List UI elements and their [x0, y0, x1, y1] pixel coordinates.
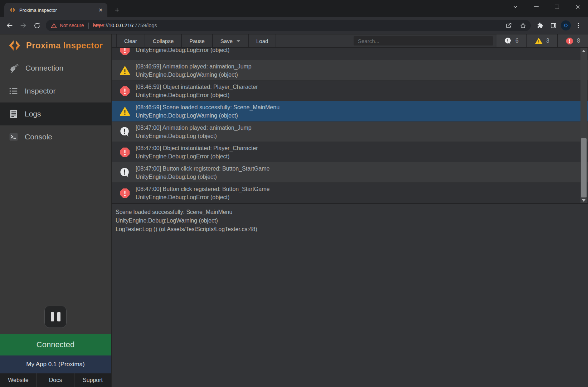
proxima-favicon	[9, 7, 16, 13]
minimize-button[interactable]	[526, 0, 546, 14]
side-panel-button[interactable]	[547, 19, 559, 32]
browser-menu-button[interactable]	[572, 19, 584, 32]
error-log-icon	[120, 188, 130, 199]
log-row[interactable]: [08:46:59] Object instantiated: Player_C…	[112, 81, 588, 101]
save-button[interactable]: Save	[213, 34, 249, 47]
info-badge-icon	[504, 37, 512, 45]
forward-button[interactable]	[17, 19, 29, 32]
log-row[interactable]: [08:47:00] Button click registered: Butt…	[112, 162, 588, 183]
error-filter-badge[interactable]: 8	[557, 34, 588, 47]
sidebar-item-connection[interactable]: Connection	[0, 57, 111, 80]
scroll-up-button[interactable]	[580, 48, 587, 54]
sidebar-item-console[interactable]: Console	[0, 125, 111, 148]
log-message: [08:46:59] Scene loaded successfully: Sc…	[136, 103, 280, 111]
reload-button[interactable]	[31, 19, 43, 32]
log-message: [08:47:00] Animation played: animation_J…	[136, 124, 252, 132]
info-log-icon	[120, 126, 130, 137]
log-stacktrace: UnityEngine.Debug:Log (object)	[136, 173, 269, 181]
sidebar-item-label: Console	[25, 133, 52, 141]
terminal-icon	[9, 132, 19, 142]
tab-search-button[interactable]	[505, 0, 526, 14]
extensions-button[interactable]	[534, 19, 546, 32]
connection-status-label: Connected	[37, 340, 74, 349]
proxima-logo-icon	[8, 39, 21, 52]
log-row[interactable]: [08:47:00] Button click registered: Butt…	[112, 183, 588, 203]
side-panel-icon	[550, 22, 557, 29]
log-stacktrace: UnityEngine.Debug:Log (object)	[136, 132, 252, 140]
log-stacktrace: UnityEngine.Debug:LogWarning (object)	[136, 111, 280, 120]
error-log-icon	[120, 48, 130, 56]
load-button[interactable]: Load	[249, 34, 276, 47]
footer-link-website[interactable]: Website	[0, 373, 37, 387]
log-row[interactable]: [08:46:59] Scene loaded successfully: Sc…	[112, 101, 588, 121]
warning-badge-icon	[535, 37, 543, 45]
puzzle-icon	[536, 22, 543, 29]
back-button[interactable]	[4, 19, 16, 32]
logs-page: Clear Collapse Pause Save Load 6	[111, 34, 588, 387]
sidebar-item-inspector[interactable]: Inspector	[0, 80, 111, 102]
maximize-icon	[555, 5, 559, 9]
new-tab-button[interactable]	[112, 5, 122, 15]
scroll-down-button[interactable]	[580, 197, 587, 203]
collapse-button[interactable]: Collapse	[145, 34, 182, 47]
info-filter-badge[interactable]: 6	[496, 34, 526, 47]
tab-close-icon[interactable]: ✕	[97, 7, 104, 13]
sidebar-item-logs[interactable]: Logs	[0, 102, 111, 125]
detail-line: UnityEngine.Debug:LogWarning (object)	[116, 216, 588, 225]
address-bar[interactable]: Not secure https://10.0.0.216:7759/logs	[46, 20, 531, 31]
log-message: [08:46:59] Object instantiated: Player_C…	[136, 83, 258, 91]
browser-tabstrip: Proxima Inspector ✕	[0, 0, 588, 17]
detail-line: Scene loaded successfully: Scene_MainMen…	[116, 208, 588, 216]
error-log-icon	[120, 147, 130, 158]
share-button[interactable]	[503, 20, 514, 31]
detail-line: LogTester:Log () (at Assets/TestScripts/…	[116, 225, 588, 234]
chevron-down-icon	[513, 4, 518, 9]
list-icon	[9, 86, 19, 96]
pause-icon	[51, 312, 54, 321]
scroll-up-icon	[582, 50, 585, 52]
sidebar-item-label: Logs	[25, 110, 41, 118]
log-row[interactable]: [08:47:00] Animation played: animation_J…	[112, 121, 588, 142]
log-list: UnityEngine.Debug:LogError (object) [08:…	[112, 48, 588, 203]
footer-link-docs[interactable]: Docs	[37, 373, 74, 387]
minimize-icon	[534, 6, 539, 7]
footer-link-support[interactable]: Support	[74, 373, 111, 387]
clear-button[interactable]: Clear	[116, 34, 145, 47]
warning-count: 3	[546, 38, 549, 44]
log-message: [08:47:00] Object instantiated: Player_C…	[136, 144, 258, 152]
log-row[interactable]: [08:47:00] Object instantiated: Player_C…	[112, 142, 588, 162]
error-count: 8	[577, 38, 580, 44]
scroll-down-icon	[582, 199, 585, 202]
log-stacktrace: UnityEngine.Debug:LogError (object)	[136, 193, 269, 201]
security-label[interactable]: Not secure	[60, 23, 84, 28]
sidebar-item-label: Connection	[25, 64, 63, 72]
warning-log-icon	[120, 106, 130, 117]
sidebar: Proxima Inspector Connection Inspector	[0, 34, 111, 387]
pause-connection-button[interactable]	[44, 306, 67, 328]
warning-filter-badge[interactable]: 3	[526, 34, 557, 47]
sidebar-item-label: Inspector	[25, 87, 55, 95]
save-dropdown-icon[interactable]	[236, 40, 240, 42]
log-message: [08:47:00] Button click registered: Butt…	[136, 185, 269, 193]
log-stacktrace: UnityEngine.Debug:LogError (object)	[136, 152, 258, 161]
maximize-button[interactable]	[546, 0, 567, 14]
browser-toolbar: Not secure https://10.0.0.216:7759/logs	[0, 17, 588, 34]
log-message: [08:46:59] Animation played: animation_J…	[136, 62, 252, 71]
document-icon	[9, 109, 19, 119]
scrollbar-thumb[interactable]	[581, 138, 587, 197]
browser-tab[interactable]: Proxima Inspector ✕	[4, 3, 107, 17]
pause-logs-button[interactable]: Pause	[182, 34, 213, 47]
error-badge-icon	[566, 37, 573, 45]
log-row[interactable]: UnityEngine.Debug:LogError (object)	[112, 48, 588, 60]
share-icon	[505, 22, 512, 29]
bookmark-button[interactable]	[517, 20, 529, 31]
search-input[interactable]	[354, 36, 493, 46]
close-window-button[interactable]	[567, 0, 588, 14]
log-scrollbar[interactable]	[580, 48, 587, 203]
forward-arrow-icon	[19, 22, 27, 29]
connection-status-bar: Connected	[0, 334, 111, 355]
log-row[interactable]: [08:46:59] Animation played: animation_J…	[112, 60, 588, 81]
app-info-bar: My App 0.1 (Proxima)	[0, 355, 111, 373]
info-count: 6	[515, 38, 519, 44]
proxima-extension-button[interactable]	[561, 20, 571, 30]
